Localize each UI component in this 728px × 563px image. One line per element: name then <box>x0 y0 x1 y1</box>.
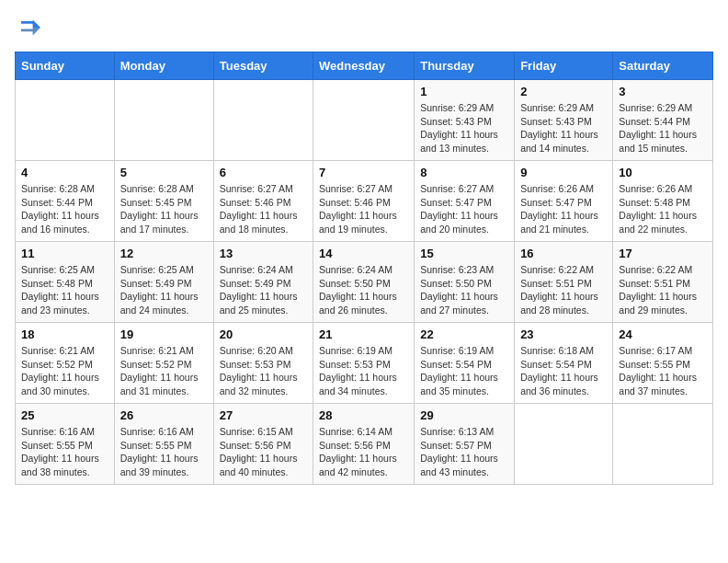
day-header-wednesday: Wednesday <box>313 52 415 80</box>
day-number: 20 <box>220 327 307 341</box>
day-number: 29 <box>420 408 508 422</box>
day-number: 18 <box>21 327 108 341</box>
calendar-cell: 15Sunrise: 6:23 AM Sunset: 5:50 PM Dayli… <box>415 242 515 323</box>
day-number: 11 <box>21 247 108 260</box>
calendar-cell: 4Sunrise: 6:28 AM Sunset: 5:44 PM Daylig… <box>16 161 115 242</box>
day-number: 7 <box>319 166 408 179</box>
day-number: 15 <box>420 247 508 260</box>
day-number: 13 <box>220 247 307 260</box>
day-info: Sunrise: 6:28 AM Sunset: 5:45 PM Dayligh… <box>120 182 208 236</box>
calendar-cell: 3Sunrise: 6:29 AM Sunset: 5:44 PM Daylig… <box>613 80 713 161</box>
day-number: 16 <box>520 247 607 260</box>
day-number: 26 <box>120 408 208 422</box>
calendar-cell: 8Sunrise: 6:27 AM Sunset: 5:47 PM Daylig… <box>415 161 515 242</box>
day-header-row: SundayMondayTuesdayWednesdayThursdayFrid… <box>16 52 713 80</box>
day-info: Sunrise: 6:13 AM Sunset: 5:57 PM Dayligh… <box>420 425 508 479</box>
day-number: 6 <box>220 166 307 179</box>
day-number: 21 <box>319 327 408 341</box>
calendar-cell <box>213 80 313 161</box>
calendar-cell <box>114 80 213 161</box>
calendar-cell: 25Sunrise: 6:16 AM Sunset: 5:55 PM Dayli… <box>16 404 115 485</box>
logo-icon <box>15 15 40 40</box>
calendar-cell: 7Sunrise: 6:27 AM Sunset: 5:46 PM Daylig… <box>313 161 415 242</box>
day-info: Sunrise: 6:26 AM Sunset: 5:47 PM Dayligh… <box>520 182 607 236</box>
calendar-cell: 19Sunrise: 6:21 AM Sunset: 5:52 PM Dayli… <box>114 323 213 404</box>
day-info: Sunrise: 6:22 AM Sunset: 5:51 PM Dayligh… <box>520 263 607 317</box>
calendar-table: SundayMondayTuesdayWednesdayThursdayFrid… <box>15 52 713 485</box>
day-number: 3 <box>619 85 707 98</box>
day-info: Sunrise: 6:22 AM Sunset: 5:51 PM Dayligh… <box>619 263 707 317</box>
day-info: Sunrise: 6:29 AM Sunset: 5:44 PM Dayligh… <box>619 101 707 155</box>
day-number: 23 <box>520 327 607 341</box>
day-info: Sunrise: 6:23 AM Sunset: 5:50 PM Dayligh… <box>420 263 508 317</box>
day-info: Sunrise: 6:17 AM Sunset: 5:55 PM Dayligh… <box>619 344 707 398</box>
day-info: Sunrise: 6:24 AM Sunset: 5:50 PM Dayligh… <box>319 263 408 317</box>
day-header-monday: Monday <box>114 52 213 80</box>
calendar-cell: 9Sunrise: 6:26 AM Sunset: 5:47 PM Daylig… <box>515 161 613 242</box>
day-info: Sunrise: 6:19 AM Sunset: 5:54 PM Dayligh… <box>420 344 508 398</box>
day-info: Sunrise: 6:18 AM Sunset: 5:54 PM Dayligh… <box>520 344 607 398</box>
week-row-4: 18Sunrise: 6:21 AM Sunset: 5:52 PM Dayli… <box>16 323 713 404</box>
day-info: Sunrise: 6:21 AM Sunset: 5:52 PM Dayligh… <box>21 344 108 398</box>
day-info: Sunrise: 6:25 AM Sunset: 5:48 PM Dayligh… <box>21 263 108 317</box>
day-number: 28 <box>319 408 408 422</box>
calendar-cell: 24Sunrise: 6:17 AM Sunset: 5:55 PM Dayli… <box>613 323 713 404</box>
day-number: 5 <box>120 166 208 179</box>
logo <box>15 15 44 40</box>
day-info: Sunrise: 6:15 AM Sunset: 5:56 PM Dayligh… <box>220 425 307 479</box>
day-number: 10 <box>619 166 707 179</box>
calendar-cell: 14Sunrise: 6:24 AM Sunset: 5:50 PM Dayli… <box>313 242 415 323</box>
day-info: Sunrise: 6:19 AM Sunset: 5:53 PM Dayligh… <box>319 344 408 398</box>
day-info: Sunrise: 6:20 AM Sunset: 5:53 PM Dayligh… <box>220 344 307 398</box>
calendar-cell: 26Sunrise: 6:16 AM Sunset: 5:55 PM Dayli… <box>114 404 213 485</box>
day-info: Sunrise: 6:26 AM Sunset: 5:48 PM Dayligh… <box>619 182 707 236</box>
day-info: Sunrise: 6:25 AM Sunset: 5:49 PM Dayligh… <box>120 263 208 317</box>
day-header-tuesday: Tuesday <box>213 52 313 80</box>
day-number: 25 <box>21 408 108 422</box>
day-number: 27 <box>220 408 307 422</box>
day-info: Sunrise: 6:24 AM Sunset: 5:49 PM Dayligh… <box>220 263 307 317</box>
calendar-cell: 2Sunrise: 6:29 AM Sunset: 5:43 PM Daylig… <box>515 80 613 161</box>
page-header <box>15 15 713 40</box>
day-number: 4 <box>21 166 108 179</box>
day-header-saturday: Saturday <box>613 52 713 80</box>
calendar-cell: 10Sunrise: 6:26 AM Sunset: 5:48 PM Dayli… <box>613 161 713 242</box>
day-info: Sunrise: 6:29 AM Sunset: 5:43 PM Dayligh… <box>520 101 607 155</box>
calendar-cell: 21Sunrise: 6:19 AM Sunset: 5:53 PM Dayli… <box>313 323 415 404</box>
calendar-cell: 27Sunrise: 6:15 AM Sunset: 5:56 PM Dayli… <box>213 404 313 485</box>
week-row-3: 11Sunrise: 6:25 AM Sunset: 5:48 PM Dayli… <box>16 242 713 323</box>
calendar-cell: 17Sunrise: 6:22 AM Sunset: 5:51 PM Dayli… <box>613 242 713 323</box>
day-info: Sunrise: 6:29 AM Sunset: 5:43 PM Dayligh… <box>420 101 508 155</box>
day-number: 17 <box>619 247 707 260</box>
calendar-cell: 18Sunrise: 6:21 AM Sunset: 5:52 PM Dayli… <box>16 323 115 404</box>
calendar-cell: 12Sunrise: 6:25 AM Sunset: 5:49 PM Dayli… <box>114 242 213 323</box>
calendar-cell: 29Sunrise: 6:13 AM Sunset: 5:57 PM Dayli… <box>415 404 515 485</box>
week-row-2: 4Sunrise: 6:28 AM Sunset: 5:44 PM Daylig… <box>16 161 713 242</box>
day-number: 9 <box>520 166 607 179</box>
day-info: Sunrise: 6:27 AM Sunset: 5:46 PM Dayligh… <box>319 182 408 236</box>
calendar-cell <box>613 404 713 485</box>
day-number: 22 <box>420 327 508 341</box>
day-header-thursday: Thursday <box>415 52 515 80</box>
calendar-cell: 11Sunrise: 6:25 AM Sunset: 5:48 PM Dayli… <box>16 242 115 323</box>
day-number: 12 <box>120 247 208 260</box>
calendar-cell: 20Sunrise: 6:20 AM Sunset: 5:53 PM Dayli… <box>213 323 313 404</box>
calendar-cell: 16Sunrise: 6:22 AM Sunset: 5:51 PM Dayli… <box>515 242 613 323</box>
day-info: Sunrise: 6:27 AM Sunset: 5:47 PM Dayligh… <box>420 182 508 236</box>
calendar-cell: 23Sunrise: 6:18 AM Sunset: 5:54 PM Dayli… <box>515 323 613 404</box>
calendar-cell <box>515 404 613 485</box>
day-number: 1 <box>420 85 508 98</box>
week-row-1: 1Sunrise: 6:29 AM Sunset: 5:43 PM Daylig… <box>16 80 713 161</box>
day-number: 8 <box>420 166 508 179</box>
day-number: 14 <box>319 247 408 260</box>
calendar-cell: 6Sunrise: 6:27 AM Sunset: 5:46 PM Daylig… <box>213 161 313 242</box>
day-number: 19 <box>120 327 208 341</box>
day-number: 24 <box>619 327 707 341</box>
day-header-friday: Friday <box>515 52 613 80</box>
day-info: Sunrise: 6:14 AM Sunset: 5:56 PM Dayligh… <box>319 425 408 479</box>
day-info: Sunrise: 6:16 AM Sunset: 5:55 PM Dayligh… <box>120 425 208 479</box>
day-info: Sunrise: 6:27 AM Sunset: 5:46 PM Dayligh… <box>220 182 307 236</box>
day-info: Sunrise: 6:28 AM Sunset: 5:44 PM Dayligh… <box>21 182 108 236</box>
day-number: 2 <box>520 85 607 98</box>
day-info: Sunrise: 6:21 AM Sunset: 5:52 PM Dayligh… <box>120 344 208 398</box>
